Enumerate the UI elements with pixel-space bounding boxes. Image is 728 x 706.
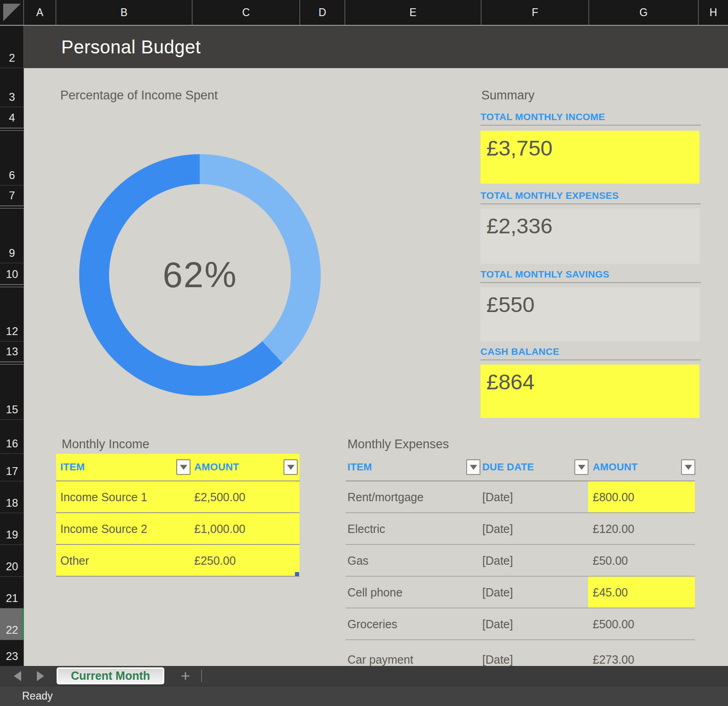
- column-header-c[interactable]: C: [192, 0, 300, 25]
- next-sheet-arrow-icon[interactable]: [37, 671, 44, 681]
- expenses-table-header: ITEM DUE DATE AMOUNT: [346, 454, 695, 481]
- income-amount-filter-button[interactable]: [283, 459, 298, 475]
- row-header-12[interactable]: 12: [0, 287, 24, 341]
- filter-dropdown-icon: [180, 465, 187, 470]
- expense-row-gas[interactable]: Gas [Date] £50.00: [346, 545, 695, 577]
- income-amount-cell[interactable]: £250.00: [194, 554, 236, 567]
- expense-row-electric[interactable]: Electric [Date] £120.00: [346, 513, 695, 545]
- donut-hole: 62%: [109, 184, 291, 366]
- row-header-10[interactable]: 10: [0, 263, 24, 284]
- row-header-21[interactable]: 21: [0, 577, 24, 608]
- expenses-col-due-date: DUE DATE: [482, 461, 534, 473]
- row-header-2[interactable]: 2: [0, 26, 24, 68]
- row-header-22-selected[interactable]: 22: [0, 608, 24, 640]
- row-header-column: 2 3 4 6 7 9 10 12 13 15 16 17 18 19 20 2…: [0, 26, 24, 666]
- expense-due-cell[interactable]: [Date]: [482, 585, 513, 599]
- table-resize-handle[interactable]: [295, 572, 299, 576]
- filter-dropdown-icon: [287, 465, 295, 470]
- expense-item-cell[interactable]: Cell phone: [347, 585, 403, 599]
- row-header-9[interactable]: 9: [0, 208, 24, 263]
- income-spent-donut[interactable]: 62%: [79, 154, 321, 396]
- expenses-amount-filter-button[interactable]: [681, 459, 695, 475]
- expense-row-rent[interactable]: Rent/mortgage [Date] £800.00: [346, 481, 695, 513]
- row-header-19[interactable]: 19: [0, 513, 24, 545]
- filter-dropdown-icon: [578, 465, 585, 470]
- income-amount-cell[interactable]: £1,000.00: [194, 522, 245, 535]
- income-item-cell[interactable]: Income Source 2: [60, 522, 147, 535]
- sheet-tab-bar: Current Month +: [0, 666, 728, 686]
- income-table-header: ITEM AMOUNT: [56, 454, 300, 481]
- status-bar: Ready: [0, 686, 728, 706]
- income-table-heading: Monthly Income: [62, 437, 150, 451]
- column-header-d[interactable]: D: [300, 0, 345, 25]
- summary-value-expenses[interactable]: £2,336: [480, 208, 699, 264]
- expense-item-cell[interactable]: Groceries: [347, 617, 397, 631]
- expense-amount-cell[interactable]: £120.00: [593, 522, 634, 535]
- status-text: Ready: [22, 690, 52, 702]
- expense-amount-cell[interactable]: £50.00: [593, 554, 628, 567]
- row-header-13[interactable]: 13: [0, 341, 24, 362]
- row-header-18[interactable]: 18: [0, 481, 24, 513]
- row-header-4[interactable]: 4: [0, 107, 24, 128]
- expense-item-cell[interactable]: Gas: [347, 554, 369, 567]
- row-header-3[interactable]: 3: [0, 68, 24, 107]
- expense-row-groceries[interactable]: Groceries [Date] £500.00: [346, 608, 695, 640]
- column-header-f[interactable]: F: [481, 0, 589, 25]
- expense-row-car-payment[interactable]: Car payment [Date] £273.00: [346, 640, 695, 666]
- summary-label-income: TOTAL MONTHLY INCOME: [480, 111, 701, 126]
- row-header-6[interactable]: 6: [0, 131, 24, 185]
- expenses-item-filter-button[interactable]: [466, 459, 480, 475]
- column-header-g[interactable]: G: [589, 0, 699, 25]
- select-all-icon: [3, 4, 21, 21]
- income-item-cell[interactable]: Other: [60, 554, 89, 567]
- summary-label-cash-balance: CASH BALANCE: [480, 346, 701, 360]
- add-sheet-button[interactable]: +: [176, 666, 195, 686]
- row-header-20[interactable]: 20: [0, 545, 24, 577]
- summary-heading: Summary: [481, 88, 535, 103]
- expense-item-cell[interactable]: Electric: [347, 522, 385, 535]
- column-header-b[interactable]: B: [56, 0, 192, 25]
- filter-dropdown-icon: [470, 465, 477, 470]
- expenses-due-date-filter-button[interactable]: [574, 459, 589, 475]
- income-item-filter-button[interactable]: [176, 459, 191, 475]
- expense-due-cell[interactable]: [Date]: [482, 653, 513, 666]
- chart-title: Percentage of Income Spent: [60, 88, 218, 103]
- tab-current-month[interactable]: Current Month: [57, 667, 164, 684]
- column-header-a[interactable]: A: [24, 0, 56, 25]
- summary-value-income[interactable]: £3,750: [480, 131, 699, 184]
- expense-row-cell-phone[interactable]: Cell phone [Date] £45.00: [346, 577, 695, 608]
- expense-due-cell[interactable]: [Date]: [482, 490, 513, 503]
- income-row-2[interactable]: Income Source 2 £1,000.00: [56, 513, 300, 545]
- column-header-h[interactable]: H: [699, 0, 728, 25]
- column-header-row: A B C D E F G H: [0, 0, 728, 26]
- expense-amount-cell[interactable]: £500.00: [593, 617, 634, 631]
- income-row-1[interactable]: Income Source 1 £2,500.00: [56, 481, 300, 513]
- summary-value-cash-balance[interactable]: £864: [480, 365, 699, 418]
- title-cell[interactable]: Personal Budget: [24, 26, 728, 68]
- column-header-e[interactable]: E: [345, 0, 481, 25]
- row-header-23[interactable]: 23: [0, 640, 24, 666]
- prev-sheet-arrow-icon[interactable]: [14, 671, 21, 681]
- expense-due-cell[interactable]: [Date]: [482, 522, 513, 535]
- row-header-7[interactable]: 7: [0, 185, 24, 206]
- expense-amount-cell[interactable]: £800.00: [593, 490, 634, 503]
- income-col-item: ITEM: [60, 461, 85, 473]
- page-title: Personal Budget: [61, 37, 201, 58]
- expense-item-cell[interactable]: Car payment: [347, 653, 413, 666]
- row-header-17[interactable]: 17: [0, 454, 24, 481]
- expense-amount-cell[interactable]: £45.00: [593, 585, 628, 599]
- expense-due-cell[interactable]: [Date]: [482, 554, 513, 567]
- expense-amount-cell[interactable]: £273.00: [593, 653, 634, 666]
- income-item-cell[interactable]: Income Source 1: [60, 490, 147, 503]
- expense-due-cell[interactable]: [Date]: [482, 617, 513, 631]
- donut-center-label: 62%: [162, 254, 237, 296]
- row-header-15[interactable]: 15: [0, 365, 24, 420]
- income-amount-cell[interactable]: £2,500.00: [194, 490, 245, 503]
- tab-current-month-label: Current Month: [58, 669, 163, 683]
- row-header-16[interactable]: 16: [0, 420, 24, 454]
- summary-value-savings[interactable]: £550: [480, 287, 699, 341]
- expense-item-cell[interactable]: Rent/mortgage: [347, 490, 423, 503]
- select-all-corner[interactable]: [0, 0, 24, 25]
- income-row-3[interactable]: Other £250.00: [56, 545, 300, 577]
- summary-label-expenses: TOTAL MONTHLY EXPENSES: [480, 190, 701, 204]
